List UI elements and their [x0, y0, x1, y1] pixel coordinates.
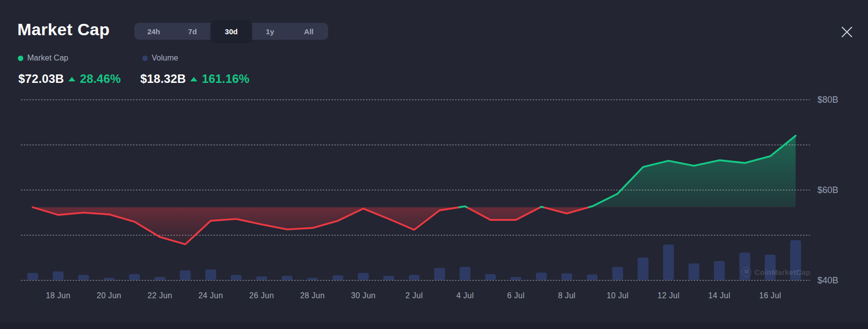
volume-bar: [587, 274, 598, 280]
volume-bar: [333, 275, 344, 280]
volume-bar: [536, 272, 547, 280]
volume-bar: [180, 270, 191, 280]
volume-bar: [358, 273, 369, 280]
x-axis-label: 2 Jul: [405, 291, 423, 300]
x-axis-label: 18 Jun: [46, 291, 70, 300]
y-axis-label: $60B: [817, 185, 838, 195]
volume-bar: [256, 276, 267, 280]
gridlines: [21, 100, 810, 280]
volume-bar: [485, 274, 496, 280]
y-axis-labels: $80B$60B$40B: [817, 95, 838, 285]
volume-bar: [511, 277, 521, 280]
x-axis-label: 8 Jul: [558, 291, 576, 300]
x-axis-label: 26 Jun: [249, 291, 274, 300]
volume-bar: [104, 278, 115, 280]
volume-bar: [155, 277, 166, 280]
volume-bar: [129, 274, 140, 280]
y-axis-label: $80B: [817, 95, 838, 105]
volume-bar: [409, 275, 420, 280]
volume-bar: [561, 273, 572, 280]
volume-bar: [663, 245, 674, 280]
volume-bar: [637, 258, 648, 280]
volume-bar: [739, 253, 750, 280]
volume-bar: [765, 255, 776, 280]
bottom-edge: [0, 323, 868, 329]
volume-bar: [714, 261, 725, 280]
x-axis-label: 6 Jul: [507, 291, 524, 300]
volume-bar: [282, 276, 292, 280]
x-axis-label: 30 Jun: [351, 291, 376, 300]
x-axis-label: 4 Jul: [456, 291, 473, 300]
volume-bar: [689, 263, 699, 280]
volume-bar: [612, 267, 623, 280]
chart-canvas[interactable]: $80B$60B$40B18 Jun20 Jun22 Jun24 Jun26 J…: [0, 0, 868, 329]
x-axis-label: 22 Jun: [148, 291, 173, 300]
x-axis-label: 28 Jun: [300, 291, 325, 300]
x-axis-label: 12 Jul: [657, 291, 680, 300]
volume-bars: [27, 240, 801, 280]
x-axis-label: 24 Jun: [198, 291, 223, 300]
y-axis-label: $40B: [817, 275, 838, 285]
volume-bar: [53, 271, 63, 280]
market-cap-chart-panel: Market Cap 24h7d30d1yAll Market Cap $72.…: [0, 0, 868, 329]
volume-bar: [205, 269, 216, 280]
volume-bar: [434, 268, 445, 280]
volume-bar: [307, 278, 318, 280]
x-axis-label: 20 Jun: [97, 291, 121, 300]
x-axis-label: 14 Jul: [708, 291, 731, 300]
x-axis-label: 16 Jul: [759, 291, 781, 300]
volume-bar: [383, 276, 394, 280]
volume-bar: [27, 273, 38, 280]
x-axis-labels: 18 Jun20 Jun22 Jun24 Jun26 Jun28 Jun30 J…: [46, 291, 781, 300]
volume-bar: [78, 275, 89, 280]
volume-bar: [460, 267, 470, 280]
x-axis-label: 10 Jul: [607, 291, 629, 300]
volume-bar: [231, 275, 241, 280]
volume-bar: [790, 240, 801, 280]
